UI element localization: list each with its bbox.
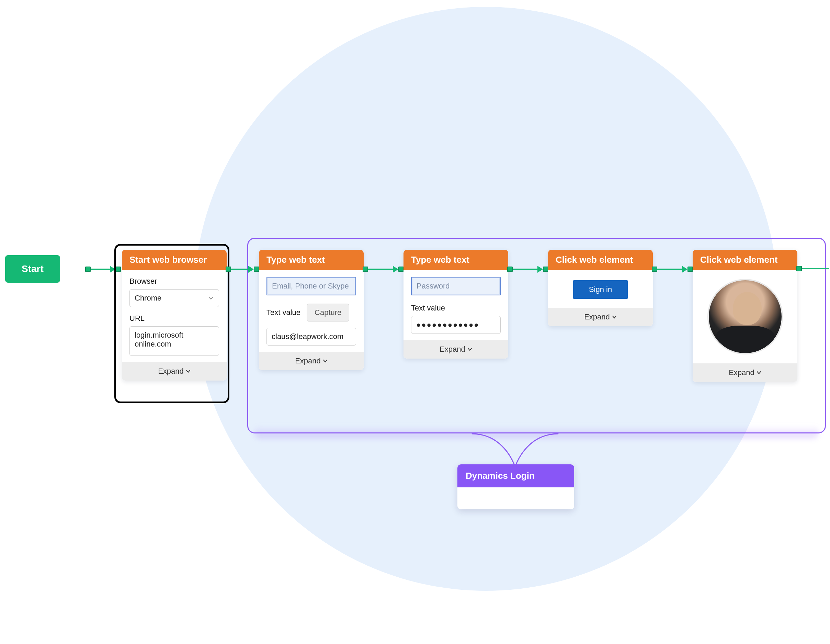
node-title: Start web browser	[130, 254, 207, 265]
node-body: Browser Chrome URL login.microsoft onlin…	[122, 270, 227, 362]
browser-label: Browser	[130, 277, 219, 286]
node-title: Type web text	[266, 254, 325, 265]
capture-label: Capture	[315, 308, 341, 317]
port-out-icon	[507, 266, 513, 272]
target-placeholder: Password	[417, 282, 450, 290]
textvalue-field[interactable]: claus@leapwork.com	[266, 328, 356, 346]
start-label: Start	[22, 263, 44, 274]
expand-bar[interactable]: Expand	[693, 363, 797, 382]
port-in-icon	[116, 266, 121, 272]
group-label-card[interactable]: Dynamics Login	[458, 464, 574, 509]
expand-bar[interactable]: Expand	[122, 362, 227, 381]
node-type-web-text-password[interactable]: Type web text Password Text value ●●●●●●…	[404, 250, 508, 358]
diagram-canvas: Start Start web browser Browser Chrome U…	[0, 0, 830, 644]
chevron-down-icon	[757, 370, 761, 375]
edge-line	[231, 269, 248, 270]
expand-bar[interactable]: Expand	[259, 352, 364, 370]
expand-bar[interactable]: Expand	[548, 308, 653, 326]
url-label: URL	[130, 314, 219, 323]
port-in-icon	[543, 266, 548, 272]
chevron-down-icon	[186, 369, 190, 374]
connector-type2-click1	[507, 266, 548, 273]
group-label-text: Dynamics Login	[466, 471, 535, 481]
expand-label: Expand	[729, 368, 754, 377]
textvalue-label: Text value	[266, 308, 301, 317]
arrow-head-icon	[682, 266, 687, 273]
port-in-icon	[398, 266, 404, 272]
target-preview: Password	[411, 277, 501, 295]
node-header[interactable]: Start web browser	[122, 250, 227, 270]
port-out-icon	[226, 266, 231, 272]
avatar	[707, 279, 783, 354]
arrow-head-icon	[110, 266, 116, 273]
node-header[interactable]: Type web text	[259, 250, 364, 270]
expand-label: Expand	[295, 357, 321, 365]
group-label-body	[458, 487, 574, 509]
expand-label: Expand	[584, 312, 610, 322]
port-out-icon	[652, 266, 657, 272]
node-header[interactable]: Click web element	[693, 250, 797, 270]
url-field[interactable]: login.microsoft online.com	[130, 326, 219, 356]
node-body	[693, 270, 797, 363]
browser-select[interactable]: Chrome	[130, 289, 219, 307]
node-click-web-element-avatar[interactable]: Click web element Expand	[693, 250, 797, 382]
node-type-web-text-email[interactable]: Type web text Email, Phone or Skype Text…	[259, 250, 364, 370]
node-title: Click web element	[700, 254, 778, 265]
textvalue-label: Text value	[411, 304, 501, 312]
port-out-icon	[363, 266, 368, 272]
chevron-down-icon	[612, 315, 617, 319]
node-body: Password Text value ●●●●●●●●●●●●	[404, 270, 508, 340]
port-out-icon	[796, 266, 802, 271]
start-node[interactable]: Start	[5, 255, 60, 283]
expand-bar[interactable]: Expand	[404, 340, 508, 358]
signin-preview-button: Sign in	[573, 280, 628, 299]
expand-label: Expand	[440, 345, 465, 354]
port-in-icon	[254, 266, 259, 272]
node-start-web-browser[interactable]: Start web browser Browser Chrome URL log…	[122, 250, 227, 381]
capture-button[interactable]: Capture	[307, 304, 349, 322]
arrow-head-icon	[393, 266, 398, 273]
node-title: Type web text	[411, 254, 469, 265]
chevron-down-icon	[208, 295, 214, 301]
chevron-down-icon	[467, 347, 472, 352]
connector-click1-click2	[652, 266, 693, 273]
node-header[interactable]: Type web text	[404, 250, 508, 270]
edge-line	[513, 269, 537, 270]
textvalue-masked: ●●●●●●●●●●●●	[416, 320, 479, 329]
connector-browser-type1	[226, 266, 259, 273]
node-body: Sign in	[548, 270, 653, 308]
chevron-down-icon	[323, 358, 328, 363]
node-click-web-element-signin[interactable]: Click web element Sign in Expand	[548, 250, 653, 326]
url-value: login.microsoft online.com	[135, 331, 184, 349]
group-label-header[interactable]: Dynamics Login	[458, 464, 574, 487]
arrow-head-icon	[248, 266, 254, 273]
node-header[interactable]: Click web element	[548, 250, 653, 270]
connector-click2-out	[796, 266, 829, 271]
target-preview: Email, Phone or Skype	[266, 277, 356, 295]
target-placeholder: Email, Phone or Skype	[272, 282, 349, 290]
arrow-head-icon	[537, 266, 543, 273]
port-out-icon	[85, 266, 91, 272]
node-body: Email, Phone or Skype Text value Capture…	[259, 270, 364, 352]
port-in-icon	[687, 266, 693, 272]
signin-label: Sign in	[589, 285, 612, 293]
connector-type1-type2	[363, 266, 404, 273]
edge-line	[802, 268, 829, 269]
edge-line	[657, 269, 682, 270]
browser-value: Chrome	[135, 293, 162, 303]
textvalue-value: claus@leapwork.com	[272, 332, 344, 341]
connector-start-browser	[85, 266, 121, 273]
textvalue-field[interactable]: ●●●●●●●●●●●●	[411, 316, 501, 334]
edge-line	[91, 269, 110, 270]
edge-line	[368, 269, 393, 270]
node-title: Click web element	[556, 254, 633, 265]
expand-label: Expand	[158, 367, 184, 376]
